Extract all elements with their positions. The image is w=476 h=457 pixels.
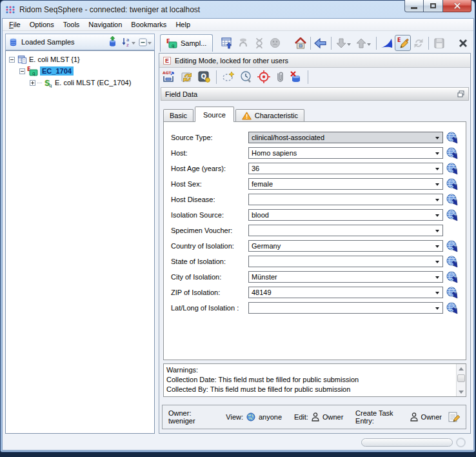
menu-bookmarks[interactable]: Bookmarks: [126, 19, 171, 30]
new-task-button[interactable]: [222, 70, 235, 83]
warnings-scrollbar[interactable]: [456, 364, 466, 396]
cte-person-icon: [410, 412, 418, 421]
ontology-lookup-button[interactable]: [446, 240, 459, 252]
close-button[interactable]: [443, 0, 471, 12]
host-sex-combobox[interactable]: female: [248, 178, 443, 190]
permissions-footer: Owner: tweniger View: anyone Edit: Owner: [162, 405, 466, 429]
collapse-expander-icon[interactable]: [19, 68, 25, 74]
host-combobox[interactable]: Homo sapiens: [248, 147, 443, 159]
ontology-lookup-button[interactable]: [446, 209, 459, 221]
go-up-button[interactable]: [354, 35, 375, 51]
ontology-lookup-button[interactable]: [446, 271, 459, 283]
menu-navigation[interactable]: Navigation: [84, 19, 126, 30]
ontology-lookup-button[interactable]: [446, 302, 459, 314]
table-export-button[interactable]: [219, 35, 235, 51]
toolbar-separator: [216, 70, 217, 84]
edit-mode-toggle[interactable]: E: [395, 35, 411, 51]
cluster-button[interactable]: [268, 35, 284, 51]
collapse-expander-icon[interactable]: [9, 57, 15, 63]
sort-button[interactable]: a z: [122, 37, 135, 47]
tree-node-task[interactable]: S q E. coli MLST (EC_1704): [6, 77, 154, 88]
toolbar-separator: [331, 37, 332, 50]
menu-help[interactable]: Help: [171, 19, 195, 30]
table-up-icon: [221, 37, 233, 49]
tree-view-button[interactable]: [235, 35, 252, 51]
tree-node-project[interactable]: E. coli MLST {1}: [6, 54, 154, 65]
scroll-down-button[interactable]: [457, 387, 466, 396]
minimize-button[interactable]: [404, 0, 424, 12]
ontology-lookup-button[interactable]: [446, 132, 459, 144]
country-combobox[interactable]: Germany: [248, 240, 443, 252]
reload-fields-button[interactable]: [181, 70, 193, 83]
field-row-host-sex: Host Sex: female: [164, 176, 466, 192]
app-window: Ridom SeqSphere - connected: tweniger at…: [0, 0, 476, 457]
delete-from-db-button[interactable]: [290, 70, 302, 83]
warning-icon: [242, 112, 252, 120]
edit-permissions-button[interactable]: [448, 411, 460, 423]
tab-basic[interactable]: Basic: [163, 109, 193, 121]
sample-tab[interactable]: E q Sampl...: [160, 34, 213, 52]
up-arrow-icon: [355, 37, 367, 49]
menu-file[interactable]: File: [5, 19, 25, 30]
isolation-source-combobox[interactable]: blood: [248, 209, 443, 221]
ontology-lookup-button[interactable]: [446, 163, 459, 175]
menu-tools[interactable]: Tools: [59, 19, 84, 30]
ontology-lookup-button[interactable]: [446, 287, 459, 299]
query-settings-button[interactable]: Q: [198, 70, 211, 83]
home-button[interactable]: [292, 35, 308, 51]
tab-characteristic[interactable]: Characteristic: [235, 109, 304, 121]
history-button[interactable]: [240, 70, 253, 83]
agt-export-button[interactable]: AGT: [163, 70, 176, 83]
ontology-lookup-button[interactable]: [446, 256, 459, 268]
expand-expander-icon[interactable]: [30, 80, 35, 86]
collapse-all-button[interactable]: [139, 38, 152, 46]
dropdown-arrow-icon: [435, 307, 439, 312]
field-row-host-age: Host Age (years): 36: [164, 161, 466, 176]
sync-button[interactable]: [411, 35, 427, 51]
float-panel-icon: [457, 90, 464, 97]
dropdown-arrow-icon: [435, 183, 439, 188]
save-button[interactable]: [431, 35, 447, 51]
host-age-combobox[interactable]: 36: [248, 163, 443, 174]
scroll-up-button[interactable]: [457, 364, 466, 373]
dropdown-arrow-icon: [435, 168, 439, 172]
float-panel-button[interactable]: [457, 90, 464, 97]
scrollbar-thumb[interactable]: [457, 374, 465, 382]
host-disease-combobox[interactable]: [248, 194, 443, 205]
scroll-up-icon: [459, 365, 464, 371]
query-gear-icon: Q: [198, 70, 211, 83]
home-icon: [294, 37, 307, 49]
close-x-icon: [458, 38, 468, 48]
ontology-lookup-button[interactable]: [446, 147, 459, 159]
state-combobox[interactable]: [248, 256, 443, 267]
zip-combobox[interactable]: 48149: [248, 287, 443, 298]
sample-panel: E Editing Mode, locked for other users A…: [159, 53, 471, 434]
dna-button[interactable]: [252, 35, 268, 51]
task-node-icon: S q: [44, 78, 53, 88]
back-button[interactable]: [313, 35, 329, 51]
tab-source[interactable]: Source: [195, 107, 234, 122]
field-row-latlong: Lat/Long of Isolation :: [164, 300, 466, 316]
latlong-combobox[interactable]: [248, 302, 443, 314]
close-view-button[interactable]: [455, 35, 471, 51]
specimen-voucher-combobox[interactable]: [248, 225, 443, 236]
editing-mode-e-icon: E: [163, 57, 171, 65]
city-combobox[interactable]: Münster: [248, 271, 443, 283]
clock-icon: [240, 70, 253, 83]
svg-text:a: a: [126, 37, 129, 43]
attachment-button[interactable]: [275, 70, 285, 83]
tree-node-sample[interactable]: E q EC_1704: [6, 65, 154, 77]
ontology-lookup-button[interactable]: [446, 178, 459, 190]
collapse-caret-icon: [148, 42, 152, 46]
target-button[interactable]: [257, 70, 270, 83]
title-bar[interactable]: Ridom SeqSphere - connected: tweniger at…: [5, 3, 200, 16]
pipeline-button[interactable]: [379, 35, 395, 51]
import-samples-button[interactable]: [106, 36, 119, 48]
ontology-lookup-button[interactable]: [446, 194, 459, 206]
maximize-button[interactable]: [424, 0, 443, 12]
tab-source-label: Source: [203, 111, 226, 119]
menu-options[interactable]: Options: [25, 19, 59, 30]
go-down-button[interactable]: [333, 35, 354, 51]
svg-text:q: q: [32, 71, 35, 76]
source-type-combobox[interactable]: clinical/host-associated: [248, 132, 443, 143]
